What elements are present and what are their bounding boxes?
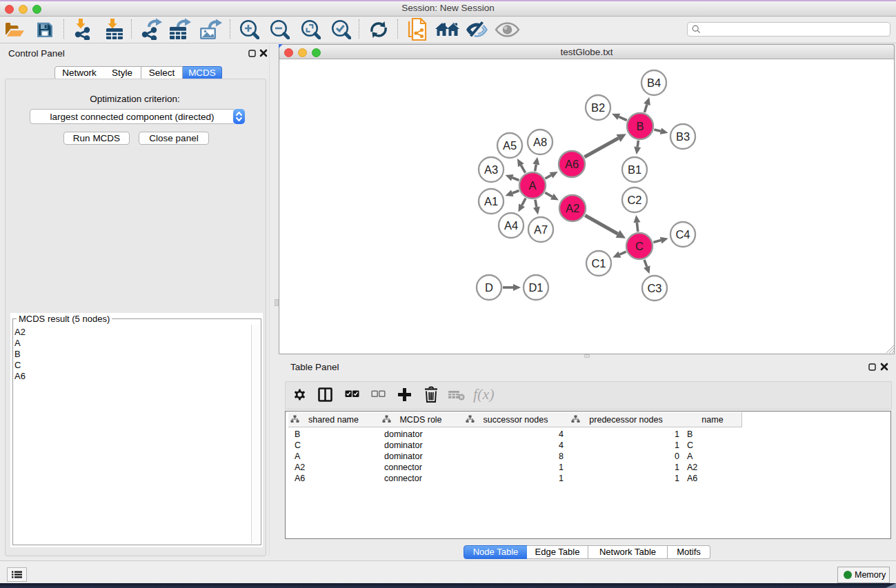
svg-text:C3: C3: [647, 282, 661, 294]
svg-text:C2: C2: [627, 194, 641, 206]
svg-text:A4: A4: [504, 219, 518, 232]
svg-text:B3: B3: [676, 130, 690, 143]
svg-text:B2: B2: [591, 101, 605, 114]
svg-text:A6: A6: [565, 158, 579, 170]
svg-text:A1: A1: [484, 195, 498, 207]
svg-text:A3: A3: [484, 163, 498, 176]
svg-text:C4: C4: [675, 228, 690, 241]
svg-text:A2: A2: [566, 202, 579, 214]
svg-text:D1: D1: [528, 281, 543, 294]
svg-text:A: A: [528, 179, 536, 192]
svg-text:A7: A7: [534, 223, 548, 236]
svg-text:A5: A5: [503, 139, 517, 152]
svg-text:D: D: [485, 281, 493, 294]
svg-text:C: C: [635, 240, 644, 252]
svg-text:B: B: [636, 120, 644, 132]
svg-text:C1: C1: [591, 257, 606, 270]
svg-text:B1: B1: [628, 163, 641, 176]
svg-text:B4: B4: [647, 77, 661, 89]
svg-text:A8: A8: [533, 136, 547, 148]
